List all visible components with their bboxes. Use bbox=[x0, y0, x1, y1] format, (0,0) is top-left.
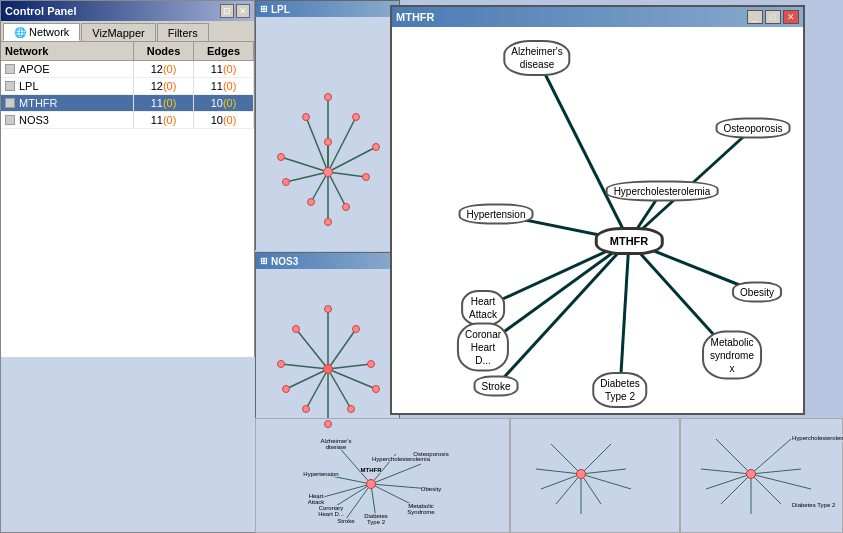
restore-button[interactable]: □ bbox=[765, 10, 781, 24]
heartattack-node: HeartAttack bbox=[461, 290, 505, 326]
svg-line-21 bbox=[537, 58, 629, 241]
hypertension-node: Hypertension bbox=[459, 204, 534, 225]
tab-network[interactable]: 🌐 Network bbox=[3, 23, 80, 41]
lpl-window-icon: ⊞ bbox=[260, 4, 268, 14]
svg-line-19 bbox=[328, 369, 376, 389]
mthfr-preview bbox=[1, 357, 256, 532]
svg-line-9 bbox=[281, 157, 328, 172]
network-name-cell: MTHFR bbox=[1, 95, 134, 111]
network-icon bbox=[5, 64, 15, 74]
alzheimers-node: Alzheimer'sdisease bbox=[503, 40, 570, 76]
mthfr-titlebar: MTHFR _ □ ✕ bbox=[392, 7, 803, 27]
svg-line-44 bbox=[536, 469, 581, 474]
lpl-window-title: LPL bbox=[271, 4, 290, 15]
lpl-node bbox=[302, 113, 310, 121]
bg-extra-label2: Diabetes Type 2 bbox=[791, 501, 836, 509]
network-icon bbox=[5, 98, 15, 108]
nos3-window-title: NOS3 bbox=[271, 256, 298, 267]
svg-line-57 bbox=[751, 474, 811, 489]
table-row[interactable]: LPL 12(0) 11(0) bbox=[1, 78, 254, 95]
lpl-node bbox=[324, 218, 332, 226]
svg-line-2 bbox=[328, 117, 356, 172]
cp-tabs: 🌐 Network VizMapper Filters bbox=[1, 21, 254, 42]
svg-line-27 bbox=[620, 241, 629, 390]
network-name: LPL bbox=[19, 80, 39, 92]
network-icon bbox=[5, 81, 15, 91]
lpl-center-node bbox=[323, 167, 333, 177]
control-panel: Control Panel ⊡ ✕ 🌐 Network VizMapper Fi… bbox=[0, 0, 255, 533]
close-button[interactable]: ✕ bbox=[783, 10, 799, 24]
nos3-window-icon: ⊞ bbox=[260, 256, 268, 266]
bg-node-label: Alzheimer'sdisease bbox=[321, 438, 352, 450]
bg-node-label: Obesity bbox=[421, 486, 441, 492]
mini-edges-svg bbox=[1, 357, 256, 532]
network-name-cell: NOS3 bbox=[1, 112, 134, 128]
network-name: MTHFR bbox=[19, 97, 58, 109]
svg-line-18 bbox=[328, 369, 351, 409]
bg-node-label: HeartAttack bbox=[308, 493, 325, 505]
mthfr-canvas: MTHFR Alzheimer'sdisease Hypercholestero… bbox=[392, 27, 803, 413]
svg-line-15 bbox=[281, 364, 328, 369]
col-header-network: Network bbox=[1, 42, 134, 60]
control-panel-titlebar: Control Panel ⊡ ✕ bbox=[1, 1, 254, 21]
coronary-node: CoronarHeartD... bbox=[457, 323, 509, 372]
nos3-node bbox=[282, 385, 290, 393]
tab-network-label: Network bbox=[29, 26, 69, 38]
nodes-cell: 12(0) bbox=[134, 78, 194, 94]
col-header-edges: Edges bbox=[194, 42, 254, 60]
main-area: ⊞ LPL bbox=[255, 0, 843, 533]
lpl-node bbox=[307, 198, 315, 206]
close-button[interactable]: ✕ bbox=[236, 4, 250, 18]
bg-extra-label: Hypercholesterolemia bbox=[791, 434, 843, 442]
svg-line-30 bbox=[496, 241, 629, 386]
nos3-node bbox=[292, 325, 300, 333]
col-header-nodes: Nodes bbox=[134, 42, 194, 60]
bg-node-label: Stroke bbox=[337, 518, 354, 524]
nos3-node bbox=[372, 385, 380, 393]
svg-line-13 bbox=[328, 329, 356, 369]
svg-line-53 bbox=[701, 469, 751, 474]
edges-cell: 10(0) bbox=[194, 95, 254, 111]
diabetes-node: DiabetesType 2 bbox=[592, 372, 647, 408]
tab-filters[interactable]: Filters bbox=[157, 23, 209, 41]
lpl-canvas bbox=[256, 17, 399, 251]
svg-line-58 bbox=[706, 474, 751, 489]
nos3-node bbox=[324, 305, 332, 313]
table-row[interactable]: NOS3 11(0) 10(0) bbox=[1, 112, 254, 129]
network-name: APOE bbox=[19, 63, 50, 75]
nos3-node bbox=[302, 405, 310, 413]
bg-mthfr-small: Alzheimer'sdisease Hypertension Hypercho… bbox=[255, 418, 510, 533]
bg-nos3-small bbox=[510, 418, 680, 533]
nos3-center-node bbox=[323, 364, 333, 374]
lpl-node bbox=[324, 138, 332, 146]
table-row[interactable]: APOE 12(0) 11(0) bbox=[1, 61, 254, 78]
stroke-node: Stroke bbox=[474, 376, 519, 397]
bg-extra-small: Hypercholesterolemia Diabetes Type 2 bbox=[680, 418, 843, 533]
svg-line-7 bbox=[328, 172, 346, 207]
svg-line-51 bbox=[751, 439, 791, 474]
minimize-button[interactable]: _ bbox=[747, 10, 763, 24]
edges-cell: 11(0) bbox=[194, 61, 254, 77]
bg-nos3-center bbox=[576, 469, 586, 479]
table-row[interactable]: MTHFR 11(0) 10(0) bbox=[1, 95, 254, 112]
network-name: NOS3 bbox=[19, 114, 49, 126]
hypercholesterolemia-node: Hypercholesterolemia bbox=[606, 181, 719, 202]
mthfr-window-title: MTHFR bbox=[396, 11, 435, 23]
mthfr-center-label: MTHFR bbox=[610, 235, 649, 247]
osteoporosis-node: Osteoporosis bbox=[716, 118, 791, 139]
nos3-node bbox=[277, 360, 285, 368]
bg-node-label: CoronaryHeart D... bbox=[318, 505, 344, 517]
bg-node-label: Osteoporosis bbox=[413, 451, 448, 457]
network-name-cell: APOE bbox=[1, 61, 134, 77]
lpl-node bbox=[282, 178, 290, 186]
maximize-button[interactable]: ⊡ bbox=[220, 4, 234, 18]
network-icon bbox=[5, 115, 15, 125]
edges-cell: 10(0) bbox=[194, 112, 254, 128]
tab-filters-label: Filters bbox=[168, 27, 198, 39]
lpl-node bbox=[362, 173, 370, 181]
svg-line-42 bbox=[581, 444, 611, 474]
nodes-cell: 11(0) bbox=[134, 112, 194, 128]
bg-node-label: Hypertension bbox=[303, 471, 338, 477]
tab-vizmapper[interactable]: VizMapper bbox=[81, 23, 155, 41]
nodes-cell: 11(0) bbox=[134, 95, 194, 111]
